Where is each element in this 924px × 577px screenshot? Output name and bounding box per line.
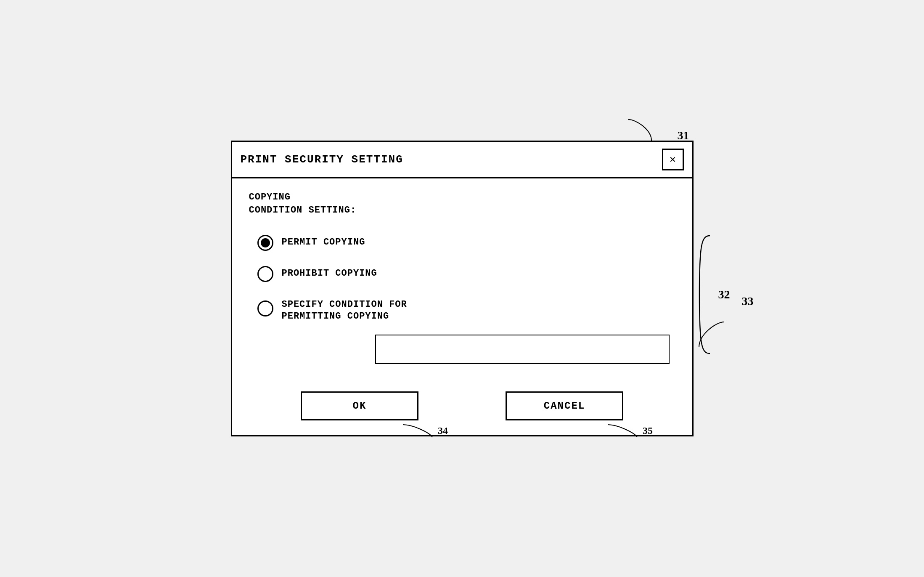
radio-label-prohibit: PROHIBIT COPYING [282,268,377,280]
dialog-title: PRINT SECURITY SETTING [241,153,403,166]
radio-option-specify[interactable]: SPECIFY CONDITION FORPERMITTING COPYING [249,290,675,330]
cancel-button[interactable]: CANCEL [506,391,623,420]
arrow-34-svg [401,423,434,439]
radio-label-permit: PERMIT COPYING [282,237,365,249]
annotation-32: 32 [718,288,730,301]
section-label: COPYING CONDITION SETTING: [249,191,675,217]
radio-label-specify: SPECIFY CONDITION FORPERMITTING COPYING [282,299,407,323]
arrow-35-svg [606,423,639,439]
ok-button-wrapper: OK 34 [301,391,418,420]
radio-circle-specify[interactable] [257,300,273,316]
annotation-34-group: 34 [401,423,448,439]
radio-circle-prohibit[interactable] [257,266,273,282]
dialog-body: COPYING CONDITION SETTING: PERMIT COPYIN… [232,178,692,379]
dialog-footer: OK 34 CANCEL 35 [232,379,692,435]
annotation-34: 34 [438,425,448,436]
dialog-titlebar: PRINT SECURITY SETTING × [232,142,692,178]
condition-box-area: 33 [249,335,675,366]
arrow-33-svg [695,320,728,349]
annotation-35-group: 35 [606,423,653,439]
ok-button[interactable]: OK [301,391,418,420]
condition-input-box[interactable] [375,335,670,364]
cancel-button-wrapper: CANCEL 35 [506,391,623,420]
radio-circle-permit[interactable] [257,235,273,251]
annotation-31: 31 [678,129,689,142]
radio-option-permit[interactable]: PERMIT COPYING [249,227,675,258]
options-area: PERMIT COPYING PROHIBIT COPYING SPECIFY … [249,227,675,330]
annotation-33: 33 [742,295,754,308]
dialog: PRINT SECURITY SETTING × COPYING CONDITI… [231,141,694,436]
close-button[interactable]: × [662,149,684,170]
radio-option-prohibit[interactable]: PROHIBIT COPYING [249,258,675,290]
annotation-35: 35 [643,425,653,436]
arrow-31-svg [624,117,654,143]
